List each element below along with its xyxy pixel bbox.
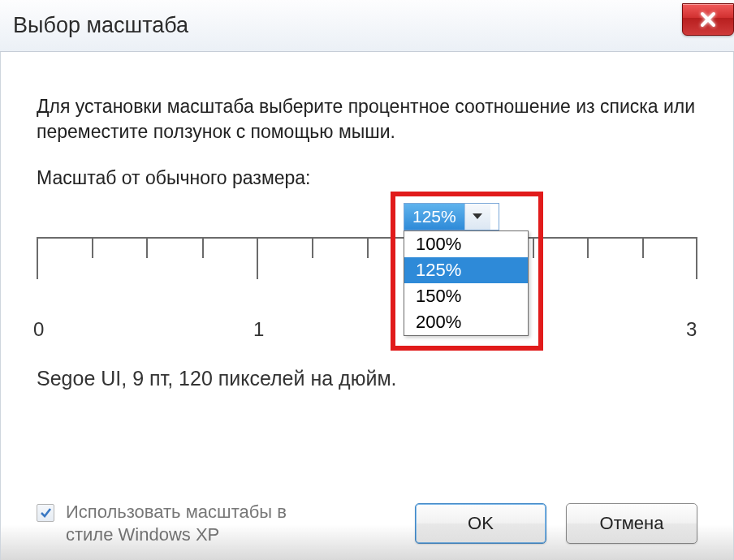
checkbox-box (37, 504, 54, 522)
ruler-number-0: 0 (33, 318, 44, 341)
ok-button-label: OK (468, 513, 494, 534)
ruler-number-3: 3 (686, 318, 697, 341)
titlebar: Выбор масштаба (0, 0, 734, 52)
scale-option-125[interactable]: 125% (404, 257, 528, 283)
ruler-number-1: 1 (253, 318, 264, 341)
ruler-tick-minor (202, 237, 204, 258)
scale-selected-value: 125% (404, 204, 464, 230)
ruler-tick-minor (92, 237, 93, 258)
scale-dropdown-list[interactable]: 100% 125% 150% 200% (404, 230, 529, 336)
window-title: Выбор масштаба (13, 13, 188, 38)
ruler-tick-minor (642, 237, 644, 258)
ruler-tick-minor (587, 237, 589, 258)
ruler-tick-major (37, 237, 38, 279)
scale-row: Масштаб от обычного размера: (37, 167, 697, 189)
check-icon (39, 506, 52, 519)
ruler-tick-minor (367, 237, 369, 258)
ruler-tick-minor (146, 237, 148, 258)
ok-button[interactable]: OK (415, 503, 546, 544)
xp-scale-checkbox-label: Использовать масштабы в стиле Windows XP (66, 501, 326, 545)
ruler-tick-major (257, 237, 258, 279)
button-row: OK Отмена (415, 503, 697, 544)
cancel-button[interactable]: Отмена (566, 503, 697, 544)
chevron-down-icon (472, 213, 483, 221)
scale-option-100[interactable]: 100% (404, 231, 528, 257)
scale-option-200[interactable]: 200% (404, 309, 528, 335)
ruler[interactable]: 0 1 3 (37, 237, 697, 342)
dialog-footer: Использовать масштабы в стиле Windows XP… (1, 501, 733, 545)
cancel-button-label: Отмена (600, 513, 664, 534)
font-info-text: Segoe UI, 9 пт, 120 пикселей на дюйм. (37, 367, 397, 390)
scale-combobox[interactable]: 125% (404, 203, 499, 230)
scale-option-150[interactable]: 150% (404, 283, 528, 309)
instruction-text: Для установки масштаба выберите процентн… (37, 94, 697, 144)
close-button[interactable] (682, 3, 734, 36)
ruler-tick-minor (312, 237, 313, 258)
close-icon (699, 11, 717, 28)
dialog-body: Для установки масштаба выберите процентн… (0, 52, 734, 560)
dropdown-arrow[interactable] (464, 204, 490, 230)
xp-scale-checkbox[interactable]: Использовать масштабы в стиле Windows XP (37, 501, 326, 545)
ruler-tick-major (696, 237, 697, 279)
ruler-tick-minor (533, 237, 534, 258)
scale-label: Масштаб от обычного размера: (37, 167, 311, 189)
